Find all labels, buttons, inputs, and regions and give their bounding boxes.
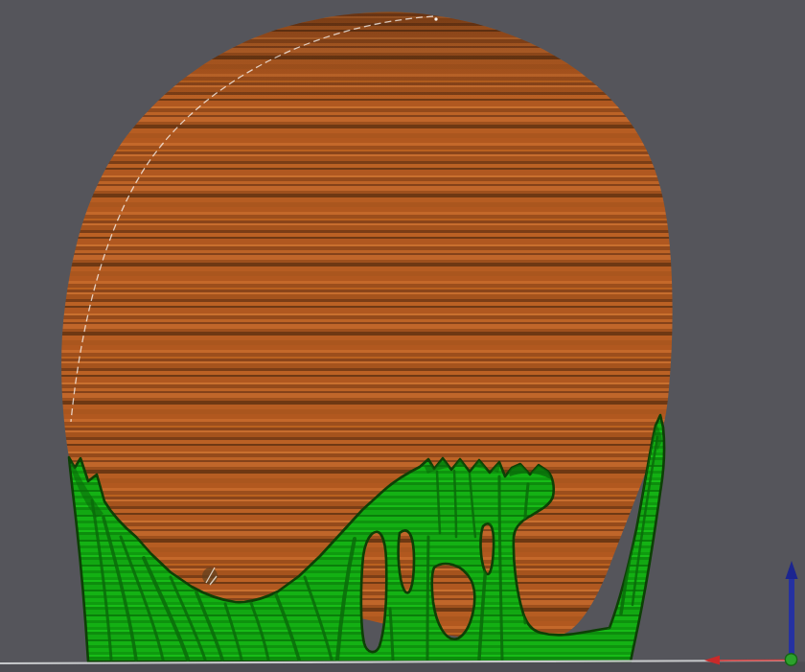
origin-ball: [785, 654, 796, 665]
3d-viewport[interactable]: [0, 0, 805, 672]
slicer-preview-window: [0, 0, 805, 672]
seam-top-speck: [434, 17, 437, 20]
